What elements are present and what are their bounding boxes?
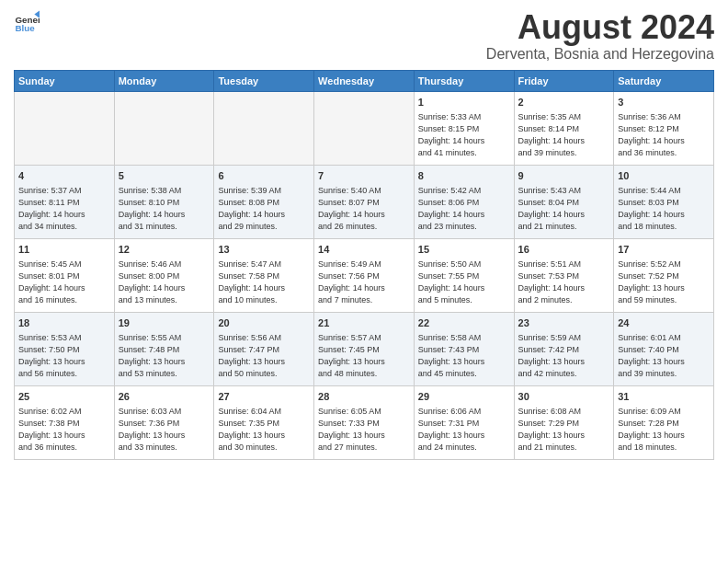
day-info: Sunrise: 5:44 AM Sunset: 8:03 PM Dayligh… [618,185,710,233]
calendar-cell: 12Sunrise: 5:46 AM Sunset: 8:00 PM Dayli… [114,238,214,312]
calendar-cell: 2Sunrise: 5:35 AM Sunset: 8:14 PM Daylig… [514,91,614,165]
day-info: Sunrise: 5:46 AM Sunset: 8:00 PM Dayligh… [119,259,210,306]
calendar-cell: 15Sunrise: 5:50 AM Sunset: 7:55 PM Dayli… [414,238,514,312]
day-info: Sunrise: 5:42 AM Sunset: 8:06 PM Dayligh… [418,185,510,233]
day-number: 27 [218,390,310,404]
day-number: 26 [119,390,210,404]
calendar-title: August 2024 [486,9,714,46]
calendar-cell: 14Sunrise: 5:49 AM Sunset: 7:56 PM Dayli… [314,238,415,312]
day-number: 2 [518,96,610,109]
day-number: 19 [119,316,210,330]
calendar-cell: 26Sunrise: 6:03 AM Sunset: 7:36 PM Dayli… [114,385,214,459]
calendar-cell: 1Sunrise: 5:33 AM Sunset: 8:15 PM Daylig… [414,91,514,165]
day-info: Sunrise: 5:57 AM Sunset: 7:45 PM Dayligh… [318,332,410,380]
calendar-cell: 17Sunrise: 5:52 AM Sunset: 7:52 PM Dayli… [614,238,714,312]
calendar-cell [15,91,115,165]
calendar-week-1: 1Sunrise: 5:33 AM Sunset: 8:15 PM Daylig… [15,91,714,165]
day-number: 12 [119,243,210,257]
calendar-cell: 21Sunrise: 5:57 AM Sunset: 7:45 PM Dayli… [314,312,415,385]
day-number: 6 [218,169,310,183]
day-info: Sunrise: 5:38 AM Sunset: 8:10 PM Dayligh… [119,185,210,233]
day-number: 20 [218,316,310,330]
day-info: Sunrise: 5:36 AM Sunset: 8:12 PM Dayligh… [618,111,710,159]
calendar-subtitle: Derventa, Bosnia and Herzegovina [486,46,714,63]
calendar-cell: 23Sunrise: 5:59 AM Sunset: 7:42 PM Dayli… [514,312,614,385]
weekday-header-thursday: Thursday [414,70,514,91]
calendar-week-2: 4Sunrise: 5:37 AM Sunset: 8:11 PM Daylig… [15,165,714,238]
calendar-cell: 13Sunrise: 5:47 AM Sunset: 7:58 PM Dayli… [214,238,314,312]
calendar-cell: 19Sunrise: 5:55 AM Sunset: 7:48 PM Dayli… [114,312,214,385]
day-info: Sunrise: 5:45 AM Sunset: 8:01 PM Dayligh… [18,259,110,306]
weekday-header-friday: Friday [514,70,614,91]
weekday-header-tuesday: Tuesday [214,70,314,91]
day-number: 31 [618,390,710,404]
day-info: Sunrise: 5:35 AM Sunset: 8:14 PM Dayligh… [518,111,610,159]
day-number: 5 [119,169,210,183]
weekday-header-row: SundayMondayTuesdayWednesdayThursdayFrid… [15,70,714,91]
day-info: Sunrise: 5:50 AM Sunset: 7:55 PM Dayligh… [418,259,510,306]
day-info: Sunrise: 6:09 AM Sunset: 7:28 PM Dayligh… [618,406,710,454]
calendar-week-4: 18Sunrise: 5:53 AM Sunset: 7:50 PM Dayli… [15,312,714,385]
page-header: General Blue August 2024 Derventa, Bosni… [14,9,714,63]
calendar-cell: 5Sunrise: 5:38 AM Sunset: 8:10 PM Daylig… [114,165,214,238]
day-info: Sunrise: 6:02 AM Sunset: 7:38 PM Dayligh… [18,406,110,454]
day-info: Sunrise: 5:56 AM Sunset: 7:47 PM Dayligh… [218,332,310,380]
calendar-cell: 25Sunrise: 6:02 AM Sunset: 7:38 PM Dayli… [15,385,115,459]
day-number: 3 [618,96,710,109]
day-number: 18 [18,316,110,330]
calendar-cell: 27Sunrise: 6:04 AM Sunset: 7:35 PM Dayli… [214,385,314,459]
calendar-cell: 9Sunrise: 5:43 AM Sunset: 8:04 PM Daylig… [514,165,614,238]
calendar-cell: 31Sunrise: 6:09 AM Sunset: 7:28 PM Dayli… [614,385,714,459]
day-info: Sunrise: 5:53 AM Sunset: 7:50 PM Dayligh… [18,332,110,380]
day-info: Sunrise: 5:59 AM Sunset: 7:42 PM Dayligh… [518,332,610,380]
calendar-cell: 4Sunrise: 5:37 AM Sunset: 8:11 PM Daylig… [15,165,115,238]
day-number: 13 [218,243,310,257]
day-number: 15 [418,243,510,257]
svg-text:Blue: Blue [15,23,35,33]
day-info: Sunrise: 5:43 AM Sunset: 8:04 PM Dayligh… [518,185,610,233]
day-info: Sunrise: 5:39 AM Sunset: 8:08 PM Dayligh… [218,185,310,233]
calendar-cell: 10Sunrise: 5:44 AM Sunset: 8:03 PM Dayli… [614,165,714,238]
calendar-cell: 7Sunrise: 5:40 AM Sunset: 8:07 PM Daylig… [314,165,415,238]
day-info: Sunrise: 5:49 AM Sunset: 7:56 PM Dayligh… [318,259,410,306]
calendar-cell: 28Sunrise: 6:05 AM Sunset: 7:33 PM Dayli… [314,385,415,459]
day-number: 28 [318,390,410,404]
weekday-header-saturday: Saturday [614,70,714,91]
day-info: Sunrise: 5:58 AM Sunset: 7:43 PM Dayligh… [418,332,510,380]
day-info: Sunrise: 5:33 AM Sunset: 8:15 PM Dayligh… [418,111,510,159]
day-info: Sunrise: 6:01 AM Sunset: 7:40 PM Dayligh… [618,332,710,380]
calendar-cell [214,91,314,165]
day-number: 11 [18,243,110,257]
day-info: Sunrise: 5:55 AM Sunset: 7:48 PM Dayligh… [119,332,210,380]
calendar-week-3: 11Sunrise: 5:45 AM Sunset: 8:01 PM Dayli… [15,238,714,312]
weekday-header-wednesday: Wednesday [314,70,415,91]
calendar-cell: 18Sunrise: 5:53 AM Sunset: 7:50 PM Dayli… [15,312,115,385]
day-number: 1 [418,96,510,109]
day-number: 16 [518,243,610,257]
calendar-cell: 11Sunrise: 5:45 AM Sunset: 8:01 PM Dayli… [15,238,115,312]
day-number: 14 [318,243,410,257]
weekday-header-sunday: Sunday [15,70,115,91]
logo-icon: General Blue [14,9,40,35]
day-number: 8 [418,169,510,183]
calendar-cell: 3Sunrise: 5:36 AM Sunset: 8:12 PM Daylig… [614,91,714,165]
day-number: 9 [518,169,610,183]
calendar-cell: 20Sunrise: 5:56 AM Sunset: 7:47 PM Dayli… [214,312,314,385]
day-info: Sunrise: 6:06 AM Sunset: 7:31 PM Dayligh… [418,406,510,454]
day-info: Sunrise: 6:08 AM Sunset: 7:29 PM Dayligh… [518,406,610,454]
day-number: 25 [18,390,110,404]
day-number: 29 [418,390,510,404]
weekday-header-monday: Monday [114,70,214,91]
day-number: 24 [618,316,710,330]
day-info: Sunrise: 6:04 AM Sunset: 7:35 PM Dayligh… [218,406,310,454]
calendar-cell [114,91,214,165]
day-info: Sunrise: 6:05 AM Sunset: 7:33 PM Dayligh… [318,406,410,454]
calendar-cell: 8Sunrise: 5:42 AM Sunset: 8:06 PM Daylig… [414,165,514,238]
calendar-cell: 30Sunrise: 6:08 AM Sunset: 7:29 PM Dayli… [514,385,614,459]
calendar-cell: 16Sunrise: 5:51 AM Sunset: 7:53 PM Dayli… [514,238,614,312]
day-number: 30 [518,390,610,404]
day-info: Sunrise: 6:03 AM Sunset: 7:36 PM Dayligh… [119,406,210,454]
calendar-cell: 29Sunrise: 6:06 AM Sunset: 7:31 PM Dayli… [414,385,514,459]
day-number: 4 [18,169,110,183]
calendar-week-5: 25Sunrise: 6:02 AM Sunset: 7:38 PM Dayli… [15,385,714,459]
